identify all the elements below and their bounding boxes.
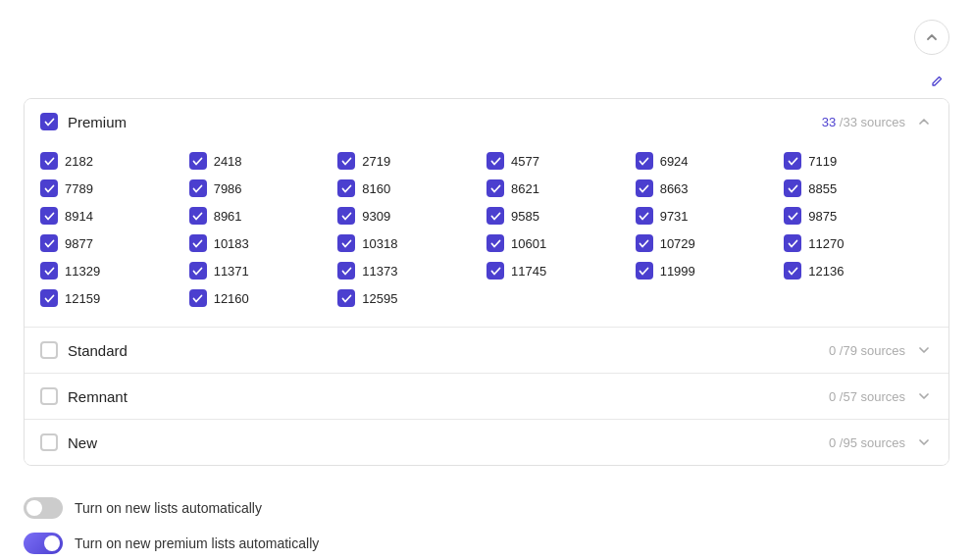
group-header-standard[interactable]: Standard0 /79 sources	[25, 328, 948, 373]
item-value: 12136	[808, 264, 844, 279]
item-checkbox[interactable]	[40, 234, 58, 252]
list-item[interactable]: 6924	[636, 152, 785, 170]
group-label-premium: Premium	[68, 114, 127, 130]
group-checkbox-new[interactable]	[40, 433, 58, 451]
list-item[interactable]: 9877	[40, 234, 189, 252]
item-checkbox[interactable]	[636, 234, 653, 252]
list-item[interactable]: 7789	[40, 179, 189, 197]
list-item[interactable]: 10601	[486, 234, 636, 252]
item-checkbox[interactable]	[636, 179, 653, 197]
item-value: 8621	[511, 181, 539, 196]
input-manually-button[interactable]	[930, 75, 949, 88]
item-value: 9309	[362, 209, 390, 224]
list-item[interactable]: 9875	[784, 207, 933, 225]
list-item[interactable]: 2182	[40, 152, 189, 170]
group-toggle-remnant[interactable]	[915, 387, 933, 405]
chevron-down-icon	[917, 389, 931, 403]
item-checkbox[interactable]	[486, 152, 504, 170]
item-checkbox[interactable]	[189, 152, 207, 170]
list-item[interactable]: 10183	[189, 234, 338, 252]
list-item[interactable]: 11373	[337, 262, 486, 280]
list-item[interactable]: 11371	[189, 262, 338, 280]
item-checkbox[interactable]	[40, 152, 58, 170]
list-item[interactable]: 12159	[40, 289, 189, 307]
list-item[interactable]: 8914	[40, 207, 189, 225]
list-item[interactable]: 12136	[784, 262, 933, 280]
list-item[interactable]: 8621	[486, 179, 636, 197]
list-item[interactable]: 4577	[486, 152, 636, 170]
group-checkbox-remnant[interactable]	[40, 387, 58, 405]
item-checkbox[interactable]	[189, 289, 207, 307]
list-item[interactable]: 12160	[189, 289, 338, 307]
item-checkbox[interactable]	[337, 289, 355, 307]
item-checkbox[interactable]	[636, 262, 653, 280]
list-item[interactable]: 10729	[636, 234, 785, 252]
list-item[interactable]: 2719	[337, 152, 486, 170]
item-checkbox[interactable]	[189, 207, 207, 225]
item-value: 12160	[214, 291, 249, 306]
collapse-button[interactable]	[914, 20, 949, 55]
toggle-label-auto-new: Turn on new lists automatically	[75, 500, 262, 516]
item-checkbox[interactable]	[636, 207, 653, 225]
item-checkbox[interactable]	[40, 207, 58, 225]
item-checkbox[interactable]	[337, 152, 355, 170]
list-item[interactable]: 8663	[636, 179, 785, 197]
list-item[interactable]: 11329	[40, 262, 189, 280]
group-header-new[interactable]: New0 /95 sources	[25, 420, 948, 465]
item-checkbox[interactable]	[337, 179, 355, 197]
list-item[interactable]: 9731	[636, 207, 785, 225]
item-value: 10729	[660, 236, 695, 251]
item-checkbox[interactable]	[486, 262, 504, 280]
group-checkbox-standard[interactable]	[40, 341, 58, 359]
list-item[interactable]: 8160	[337, 179, 486, 197]
item-value: 10318	[362, 236, 397, 251]
list-item[interactable]: 12595	[337, 289, 486, 307]
item-checkbox[interactable]	[189, 179, 207, 197]
toggle-switch-auto-premium[interactable]	[24, 533, 63, 554]
item-checkbox[interactable]	[636, 152, 653, 170]
item-checkbox[interactable]	[189, 262, 207, 280]
group-header-premium[interactable]: Premium33 /33 sources	[25, 99, 948, 144]
item-checkbox[interactable]	[486, 234, 504, 252]
item-checkbox[interactable]	[784, 234, 801, 252]
group-toggle-standard[interactable]	[915, 341, 933, 359]
item-checkbox[interactable]	[40, 179, 58, 197]
group-header-remnant[interactable]: Remnant0 /57 sources	[25, 374, 948, 419]
count-total: 0 /57 sources	[829, 389, 905, 404]
group-toggle-premium[interactable]	[915, 113, 933, 130]
item-checkbox[interactable]	[337, 234, 355, 252]
count-total: /33 sources	[836, 115, 905, 129]
chevron-up-icon	[926, 31, 938, 43]
item-value: 4577	[511, 154, 539, 169]
item-checkbox[interactable]	[337, 262, 355, 280]
group-checkbox-premium[interactable]	[40, 113, 58, 130]
item-checkbox[interactable]	[486, 179, 504, 197]
item-checkbox[interactable]	[337, 207, 355, 225]
edit-icon	[930, 75, 944, 88]
item-checkbox[interactable]	[486, 207, 504, 225]
count-active: 33	[822, 115, 836, 129]
list-item[interactable]: 9309	[337, 207, 486, 225]
list-item[interactable]: 10318	[337, 234, 486, 252]
group-label-standard: Standard	[68, 342, 128, 359]
item-checkbox[interactable]	[189, 234, 207, 252]
list-item[interactable]: 8961	[189, 207, 338, 225]
list-item[interactable]: 8855	[784, 179, 933, 197]
item-checkbox[interactable]	[784, 152, 801, 170]
list-item[interactable]: 7119	[784, 152, 933, 170]
item-checkbox[interactable]	[40, 262, 58, 280]
items-grid-premium: 2182 2418 2719 4577	[25, 144, 948, 327]
toggle-switch-auto-new[interactable]	[24, 497, 63, 519]
list-item[interactable]: 11745	[486, 262, 636, 280]
item-checkbox[interactable]	[784, 207, 801, 225]
item-checkbox[interactable]	[40, 289, 58, 307]
item-checkbox[interactable]	[784, 262, 801, 280]
list-item[interactable]: 7986	[189, 179, 338, 197]
list-item[interactable]: 11270	[784, 234, 933, 252]
count-total: 0 /95 sources	[829, 435, 905, 450]
group-toggle-new[interactable]	[915, 433, 933, 451]
list-item[interactable]: 9585	[486, 207, 636, 225]
item-checkbox[interactable]	[784, 179, 801, 197]
list-item[interactable]: 11999	[636, 262, 785, 280]
list-item[interactable]: 2418	[189, 152, 338, 170]
